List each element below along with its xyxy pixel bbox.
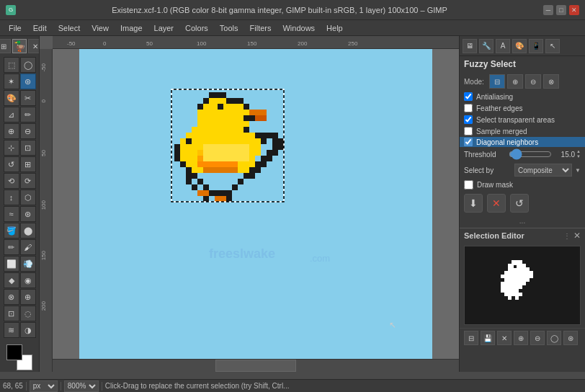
sel-icon-7[interactable]: ⊛	[563, 331, 578, 345]
horizontal-scrollbar[interactable]	[53, 359, 459, 372]
menu-item-edit[interactable]: Edit	[27, 22, 53, 34]
move-tool[interactable]: ⊹	[4, 140, 19, 156]
sel-icon-4[interactable]: ⊕	[514, 331, 528, 345]
perspective-tool[interactable]: ⟳	[20, 173, 36, 189]
zoom-tool[interactable]: ⊕	[4, 123, 19, 139]
menu-item-select[interactable]: Select	[53, 22, 86, 34]
smudge-tool[interactable]: ≋	[4, 322, 19, 338]
menu-item-colors[interactable]: Colors	[179, 22, 214, 34]
foreground-select-tool[interactable]: ⊿	[4, 107, 19, 122]
svg-rect-58	[186, 179, 192, 184]
perspective-clone-tool[interactable]: ⊡	[4, 306, 19, 321]
paintbrush-tool[interactable]: 🖌	[20, 239, 36, 255]
panel-icon-display[interactable]: 🖥	[463, 39, 477, 53]
foreground-color-swatch[interactable]	[6, 344, 22, 360]
zoom-select[interactable]: 800% 400% 200% 100% 50%	[64, 380, 99, 392]
svg-rect-3	[226, 98, 244, 104]
panel-icon-tool[interactable]: 🔧	[479, 39, 494, 53]
tool-close-icon[interactable]: ✕	[28, 39, 40, 53]
select-ellipse-tool[interactable]: ◯	[20, 57, 36, 73]
eraser-tool[interactable]: ⬜	[4, 256, 19, 272]
menu-item-help[interactable]: Help	[321, 22, 349, 34]
canvas-container[interactable]: freeslwake .com ↖	[53, 49, 459, 359]
sel-icon-5[interactable]: ⊖	[530, 331, 545, 345]
select-transparent-checkbox[interactable]	[464, 115, 473, 124]
heal-tool[interactable]: ⊕	[20, 289, 36, 305]
select-by-color-tool[interactable]: 🎨	[4, 90, 19, 106]
dodge-burn-tool[interactable]: ◑	[20, 322, 36, 338]
menu-item-windows[interactable]: Windows	[277, 22, 321, 34]
tool-active-icon[interactable]: 🦆	[12, 39, 27, 53]
mode-add-btn[interactable]: ⊕	[507, 74, 523, 89]
scissors-tool[interactable]: ✂	[20, 90, 36, 106]
restore-defaults-btn[interactable]: ⬇	[464, 194, 483, 213]
select-by-dropdown[interactable]: Composite Red Green Blue Alpha	[514, 164, 572, 177]
free-select-tool[interactable]: ✶	[4, 74, 19, 89]
color-swatch-container[interactable]	[6, 344, 32, 370]
threshold-slider[interactable]	[509, 150, 552, 159]
menu-item-image[interactable]: Image	[115, 22, 148, 34]
reset-btn[interactable]: ✕	[487, 194, 506, 213]
selection-editor-options-icon[interactable]: ⋮	[563, 232, 571, 240]
flip-tool[interactable]: ↕	[4, 190, 19, 205]
menu-item-file[interactable]: File	[3, 22, 27, 34]
selection-editor-close-btn[interactable]: ✕	[573, 231, 581, 241]
warp-transform-tool[interactable]: ≈	[4, 206, 19, 222]
minimize-button[interactable]: ─	[543, 5, 553, 15]
sample-merged-checkbox[interactable]	[464, 127, 473, 135]
sel-icon-1[interactable]: ⊟	[464, 331, 478, 345]
pencil-tool[interactable]: ✏	[4, 239, 19, 255]
feather-edges-checkbox[interactable]	[464, 104, 473, 112]
refresh-btn[interactable]: ↺	[510, 194, 529, 213]
blend-tool[interactable]: ⬤	[20, 223, 36, 239]
antialiasing-checkbox[interactable]	[464, 92, 473, 101]
cage-tool[interactable]: ⬡	[20, 190, 36, 205]
blur-sharpen-tool[interactable]: ◌	[20, 306, 36, 321]
ink-tool[interactable]: ◆	[4, 272, 19, 288]
svg-rect-4	[197, 104, 203, 110]
threshold-down-arrow[interactable]: ▼	[576, 154, 581, 159]
mode-intersect-btn[interactable]: ⊗	[543, 74, 559, 89]
select-rect-tool[interactable]: ⬚	[4, 57, 19, 73]
panel-icon-pointer[interactable]: ↖	[545, 39, 560, 53]
diagonal-neighbors-checkbox[interactable]	[464, 138, 473, 146]
threshold-up-arrow[interactable]: ▲	[576, 149, 581, 154]
panel-icon-device[interactable]: 📱	[529, 39, 543, 53]
fuzzy-select-tool[interactable]: ⊛	[20, 74, 36, 89]
panel-icon-color[interactable]: 🎨	[512, 39, 527, 53]
paths-tool[interactable]: ✏	[20, 107, 36, 122]
scale-tool[interactable]: ⊞	[20, 156, 36, 172]
antialiasing-label: Antialiasing	[476, 93, 513, 101]
status-sep-2	[61, 382, 61, 391]
clone-tool[interactable]: ⊗	[4, 289, 19, 305]
menu-item-view[interactable]: View	[86, 22, 115, 34]
sel-icon-3[interactable]: ✕	[497, 331, 512, 345]
align-tool[interactable]: ⊡	[20, 140, 36, 156]
close-button[interactable]: ✕	[569, 5, 579, 15]
menu-item-layer[interactable]: Layer	[148, 22, 180, 34]
menu-item-tools[interactable]: Tools	[214, 22, 244, 34]
canvas-image[interactable]: freeslwake .com ↖	[79, 49, 432, 359]
status-sep-3	[102, 382, 102, 391]
paint-bucket-tool[interactable]: 🪣	[4, 223, 19, 239]
shear-tool[interactable]: ⟲	[4, 173, 19, 189]
canvas-area[interactable]: -50 0 50 100 150 200 250 -50 0 50 100 15…	[40, 36, 459, 372]
handle-transform-tool[interactable]: ⊛	[20, 206, 36, 222]
svg-rect-48	[244, 173, 255, 179]
tool-row-11: 🪣 ⬤	[4, 223, 36, 239]
mode-replace-btn[interactable]: ⊟	[489, 74, 505, 89]
mypaint-tool[interactable]: ◉	[20, 272, 36, 288]
rotate-tool[interactable]: ↺	[4, 156, 19, 172]
tool-preset-icon[interactable]: ⊞	[0, 39, 11, 53]
unit-select[interactable]: px mm cm in	[30, 380, 58, 392]
menu-item-filters[interactable]: Filters	[244, 22, 277, 34]
maximize-button[interactable]: □	[556, 5, 566, 15]
measure-tool[interactable]: ⊖	[20, 123, 36, 139]
svg-rect-73	[526, 271, 533, 275]
airbrush-tool[interactable]: 💨	[20, 256, 36, 272]
draw-mask-checkbox[interactable]	[464, 180, 473, 190]
sel-icon-2[interactable]: 💾	[481, 331, 495, 345]
panel-icon-text[interactable]: A	[496, 39, 510, 53]
mode-subtract-btn[interactable]: ⊖	[525, 74, 541, 89]
sel-icon-6[interactable]: ◯	[547, 331, 561, 345]
